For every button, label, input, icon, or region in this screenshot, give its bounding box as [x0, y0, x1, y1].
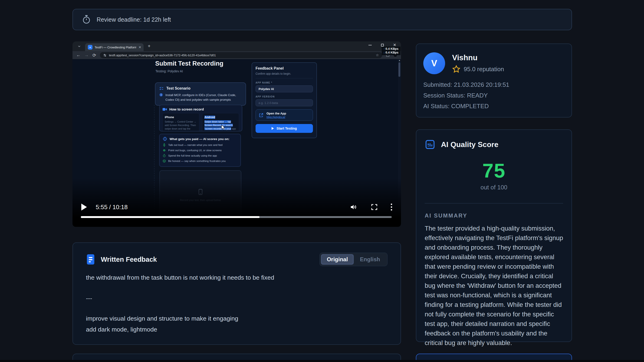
feedback-panel: Feedback Panel Confirm app details to be… [252, 62, 317, 138]
window-close-icon: ✕ [393, 44, 396, 47]
video-controls: 5:55 / 10:18 [81, 203, 392, 211]
open-app-button: Open the App https://polydev.ai/ [256, 109, 313, 121]
tune-icon [103, 54, 107, 57]
video-progress-bar[interactable] [81, 216, 392, 218]
fullscreen-button[interactable] [371, 204, 378, 211]
video-page-title: Submit Test Recording [155, 60, 224, 67]
bookmark-star-icon: ☆ [376, 53, 379, 57]
scenario-text: Install MCP, configure in IDEs (Cursor, … [166, 93, 242, 102]
window-restore-icon [381, 44, 384, 47]
feedback-line: the withdrawal from the task button is n… [86, 274, 388, 281]
info-icon [159, 93, 163, 102]
net-down-value: 0.4 KBps [386, 51, 398, 54]
external-link-icon [258, 113, 264, 118]
play-button[interactable] [81, 204, 87, 211]
submitted-text: Submitted: 21.03.2026 20:19:51 [423, 81, 564, 88]
stopwatch-icon [82, 15, 91, 24]
download-arrow-icon: ↓ [383, 51, 385, 54]
paid-item: Spend the full time actually using the a… [163, 154, 238, 157]
video-player[interactable]: TestFi — Crowdtesting Platform ✕ + ✕ ↑ 0… [72, 41, 401, 227]
recorded-mouse-cursor [221, 125, 225, 130]
star-icon [452, 65, 460, 73]
quality-out-of: out of 100 [425, 184, 563, 191]
window-minimize-icon [368, 45, 372, 45]
open-app-url: https://polydev.ai/ [266, 116, 286, 118]
start-testing-button: Start Testing [256, 124, 313, 133]
app-name-label: APP NAME * [256, 81, 313, 84]
ai-quality-score-card: AI Quality Score 75 out of 100 AI SUMMAR… [416, 129, 572, 342]
avatar: V [423, 52, 445, 74]
volume-button[interactable] [350, 203, 358, 211]
iphone-text: Settings → Control Center → add Screen R… [165, 120, 197, 131]
feedback-line: add dark mode, lightmode [86, 326, 388, 333]
quality-title: AI Quality Score [441, 140, 498, 149]
testfi-favicon-icon [88, 45, 92, 50]
howto-screen-record-card: How to screen record iPhone Settings → C… [159, 105, 242, 131]
paid-item: Point out bugs, confusing UI, or slow sc… [163, 149, 238, 152]
paid-title: What gets you paid — AI scores you on: [170, 137, 230, 141]
bar-chart-icon [425, 139, 435, 150]
video-time: 5:55 / 10:18 [96, 204, 128, 211]
language-toggle: Original English [320, 253, 388, 266]
net-up-value: 0.4 KBps [386, 47, 398, 51]
feedback-panel-title: Feedback Panel [256, 66, 313, 71]
video-page-subtitle: Testing: Polydev AI [156, 69, 183, 73]
video-progress-fill [81, 216, 260, 218]
reputation-text: 95.0 reputation [464, 66, 504, 73]
paid-item: Talk out loud — narrate what you see and… [163, 143, 238, 146]
reload-icon: ⟳ [92, 53, 96, 58]
reviewer-name: Vishnu [452, 53, 504, 62]
checklist-icon [159, 86, 164, 91]
session-status-text: Session Status: READY [423, 92, 564, 99]
android-text: Swipe down twice → tap Screen Record. Or… [204, 120, 237, 131]
written-feedback-title: Written Feedback [101, 256, 157, 263]
android-title: Android [204, 116, 215, 119]
frown-face-icon [163, 159, 166, 163]
written-feedback-card: Written Feedback Original English the wi… [72, 242, 401, 345]
browser-tab-title: TestFi — Crowdtesting Platform [94, 46, 136, 49]
address-bar: testfi.app/test_session?campaign_id=aa3c… [100, 52, 382, 58]
ai-summary-text: The tester provided a high-quality submi… [425, 224, 563, 347]
more-options-button[interactable] [391, 204, 392, 211]
brain-icon [163, 137, 167, 141]
feedback-line: improve visual design and structure to m… [86, 315, 388, 322]
toggle-english[interactable]: English [354, 254, 386, 265]
deadline-text: Review deadline: 1d 22h left [97, 16, 171, 23]
back-icon: ← [76, 53, 80, 58]
deadline-banner: Review deadline: 1d 22h left [72, 9, 572, 30]
howto-title: How to screen record [169, 107, 204, 111]
scrollbar-thumb [398, 62, 400, 77]
android-instructions: Android Swipe down twice → tap Screen Re… [202, 113, 239, 131]
microphone-icon [163, 143, 166, 146]
ai-scoring-card: What gets you paid — AI scores you on: T… [159, 134, 241, 167]
scenario-title: Test Scenario [166, 86, 190, 91]
iphone-title: iPhone [165, 116, 174, 119]
paid-item: Be honest — say when something frustrate… [163, 159, 238, 163]
document-icon [86, 254, 95, 265]
feedback-line: --- [86, 295, 388, 302]
tab-close-icon: ✕ [138, 45, 141, 49]
ai-status-text: AI Status: COMPLETED [423, 103, 564, 110]
timer-icon [163, 154, 166, 157]
new-tab-icon: + [148, 44, 150, 49]
browser-tab: TestFi — Crowdtesting Platform ✕ [85, 43, 144, 51]
scrollbar-up-arrow-icon: ▲ [398, 59, 401, 62]
open-app-label: Open the App [266, 112, 286, 115]
play-icon [272, 127, 274, 130]
upload-arrow-icon: ↑ [383, 47, 385, 51]
app-version-label: APP VERSION [256, 95, 313, 98]
video-controls-gradient [72, 178, 401, 227]
network-speed-overlay: ↑ 0.4 KBps ↓ 0.4 KBps [382, 47, 400, 55]
video-browser-tabbar: TestFi — Crowdtesting Platform ✕ + ✕ [72, 41, 401, 51]
quality-score: 75 [425, 160, 563, 180]
toggle-original[interactable]: Original [321, 254, 354, 265]
tab-search-chevron-icon [76, 43, 83, 50]
viewport-bottom-edge [0, 360, 644, 362]
video-camera-icon [162, 107, 167, 111]
bug-icon [163, 149, 166, 152]
reviewer-card: V Vishnu 95.0 reputation Submitted: 21.0… [416, 44, 572, 117]
video-browser-toolbar: ← → ⟳ testfi.app/test_session?campaign_i… [72, 51, 401, 59]
url-text: testfi.app/test_session?campaign_id=aa3c… [109, 54, 374, 57]
test-scenario-card: Test Scenario Install MCP, configure in … [155, 82, 246, 106]
app-version-input: e.g. 1.2.0-beta [256, 99, 313, 106]
